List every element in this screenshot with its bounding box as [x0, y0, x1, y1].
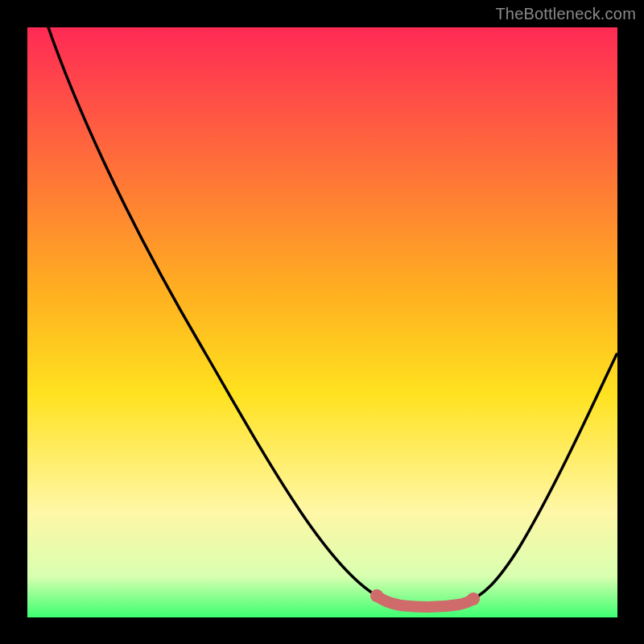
optimal-start-dot — [370, 589, 383, 602]
chart-svg — [0, 0, 644, 644]
optimal-end-dot — [467, 592, 480, 605]
bottleneck-chart: TheBottleneck.com — [0, 0, 644, 644]
watermark-text: TheBottleneck.com — [495, 5, 636, 23]
